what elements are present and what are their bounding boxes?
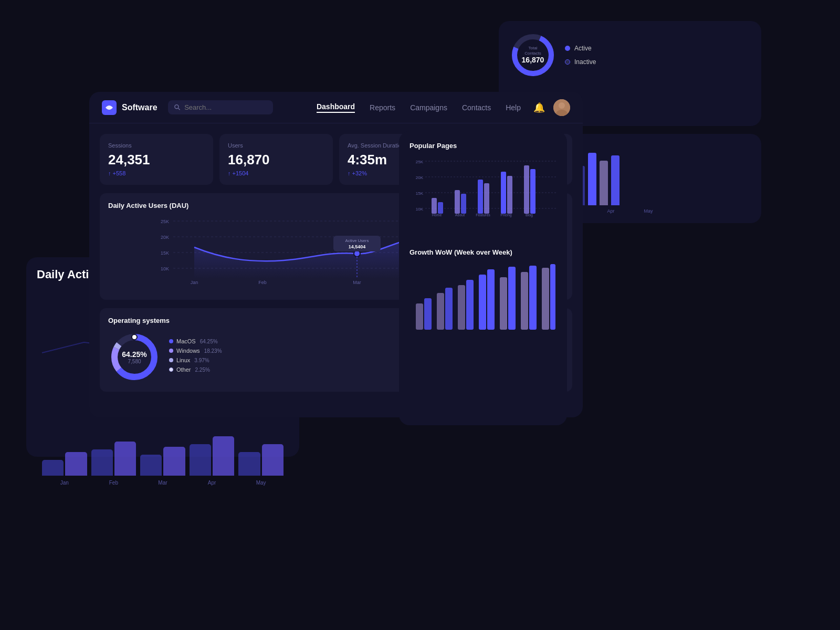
bg-donut-chart: Total Contacts 16,870 bbox=[509, 32, 556, 79]
svg-rect-46 bbox=[524, 165, 529, 214]
windows-dot bbox=[169, 349, 173, 353]
svg-rect-41 bbox=[461, 194, 466, 214]
legend-macos: MacOS 64.25% bbox=[169, 338, 222, 344]
legend-windows: Windows 18.23% bbox=[169, 348, 222, 354]
bg-legend: Active Inactive bbox=[565, 45, 596, 66]
active-dot bbox=[565, 46, 570, 51]
svg-rect-53 bbox=[416, 303, 423, 330]
svg-rect-44 bbox=[501, 172, 506, 214]
macos-dot bbox=[169, 339, 173, 343]
svg-rect-55 bbox=[437, 293, 444, 330]
svg-rect-60 bbox=[487, 269, 495, 330]
search-icon bbox=[174, 104, 181, 111]
svg-rect-54 bbox=[424, 298, 432, 330]
other-dot bbox=[169, 368, 173, 372]
svg-rect-63 bbox=[521, 272, 528, 330]
svg-rect-39 bbox=[438, 202, 443, 214]
svg-text:Active Users: Active Users bbox=[345, 238, 369, 243]
svg-rect-66 bbox=[550, 264, 555, 330]
growth-svg bbox=[410, 261, 556, 335]
legend-linux: Linux 3.97% bbox=[169, 357, 222, 363]
svg-rect-62 bbox=[508, 267, 516, 330]
svg-text:20K: 20K bbox=[161, 235, 169, 240]
users-value: 16,870 bbox=[228, 152, 324, 168]
users-arrow: ↑ bbox=[228, 170, 231, 176]
bell-icon[interactable]: 🔔 bbox=[533, 102, 545, 113]
svg-line-4 bbox=[178, 108, 180, 110]
svg-rect-47 bbox=[530, 169, 536, 214]
donut-container: 64.25% 7,580 bbox=[108, 331, 161, 383]
bg-x-labels: Jan Feb Mar Apr May bbox=[37, 476, 289, 486]
growth-chart bbox=[410, 261, 556, 335]
sessions-label: Sessions bbox=[108, 142, 205, 149]
bg-legend-active: Active bbox=[565, 45, 596, 52]
svg-point-3 bbox=[174, 105, 178, 109]
popular-pages-chart: 25K 20K 15K 10K Home About Features Pri bbox=[410, 156, 556, 240]
bg-total-label: Total Contacts bbox=[521, 46, 545, 56]
users-label: Users bbox=[228, 142, 324, 149]
user-avatar[interactable] bbox=[553, 99, 570, 116]
nav-links: Dashboard Reports Campaigns Contacts Hel… bbox=[317, 102, 521, 113]
svg-rect-42 bbox=[478, 180, 483, 214]
svg-point-6 bbox=[559, 102, 565, 109]
search-input[interactable] bbox=[184, 103, 266, 111]
svg-rect-59 bbox=[479, 275, 486, 330]
nav-icons: 🔔 bbox=[533, 99, 570, 116]
linux-dot bbox=[169, 358, 173, 362]
svg-rect-43 bbox=[484, 183, 489, 214]
os-count: 7,580 bbox=[122, 359, 146, 364]
svg-rect-38 bbox=[432, 198, 437, 214]
os-legend: MacOS 64.25% Windows 18.23% Linux 3.97% bbox=[169, 338, 222, 376]
svg-text:Feb: Feb bbox=[258, 280, 267, 285]
os-percentage: 64.25% bbox=[122, 350, 146, 359]
svg-text:10K: 10K bbox=[161, 266, 169, 271]
svg-text:14,5404: 14,5404 bbox=[349, 244, 366, 249]
nav-contacts[interactable]: Contacts bbox=[462, 103, 491, 112]
search-bar[interactable] bbox=[168, 100, 273, 114]
svg-text:Jan: Jan bbox=[191, 280, 198, 285]
popular-pages-svg: 25K 20K 15K 10K Home About Features Pri bbox=[410, 156, 556, 240]
growth-title: Growth WoW (Week over Week) bbox=[410, 248, 556, 256]
svg-rect-57 bbox=[458, 285, 465, 330]
svg-rect-58 bbox=[466, 280, 474, 330]
nav-help[interactable]: Help bbox=[506, 103, 521, 112]
svg-text:15K: 15K bbox=[161, 250, 169, 256]
svg-rect-40 bbox=[455, 190, 460, 214]
svg-point-29 bbox=[132, 334, 137, 340]
avg-session-arrow: ↑ bbox=[348, 170, 351, 176]
svg-text:15K: 15K bbox=[416, 191, 424, 196]
bg-legend-inactive: Inactive bbox=[565, 58, 596, 66]
sessions-change: ↑ +558 bbox=[108, 170, 205, 176]
nav-campaigns[interactable]: Campaigns bbox=[410, 103, 447, 112]
right-panel: Popular Pages 25K 20K 15K 10K bbox=[399, 131, 567, 425]
stat-users: Users 16,870 ↑ +1504 bbox=[219, 134, 333, 185]
legend-other: Other 2.25% bbox=[169, 366, 222, 373]
svg-text:10K: 10K bbox=[416, 207, 424, 212]
svg-rect-65 bbox=[542, 268, 549, 330]
svg-text:25K: 25K bbox=[416, 160, 424, 164]
nav-dashboard[interactable]: Dashboard bbox=[317, 102, 355, 113]
sessions-value: 24,351 bbox=[108, 152, 205, 168]
popular-pages-title: Popular Pages bbox=[410, 142, 556, 150]
svg-text:Features: Features bbox=[476, 213, 490, 217]
app-name: Software bbox=[122, 103, 158, 112]
bg-total-value: 16,870 bbox=[521, 56, 545, 65]
svg-text:Mar: Mar bbox=[353, 280, 361, 285]
svg-rect-45 bbox=[507, 176, 512, 214]
users-change: ↑ +1504 bbox=[228, 170, 324, 176]
svg-text:Home: Home bbox=[432, 213, 442, 217]
logo-icon bbox=[102, 100, 117, 115]
svg-text:Blog: Blog bbox=[526, 213, 533, 217]
stat-sessions: Sessions 24,351 ↑ +558 bbox=[100, 134, 213, 185]
sessions-arrow: ↑ bbox=[108, 170, 111, 176]
svg-rect-61 bbox=[500, 277, 507, 330]
navbar: Software Dashboard Reports Campaigns Con… bbox=[89, 92, 583, 123]
svg-rect-56 bbox=[445, 288, 453, 330]
nav-reports[interactable]: Reports bbox=[370, 103, 395, 112]
svg-text:Pricing: Pricing bbox=[500, 213, 512, 217]
inactive-dot bbox=[565, 59, 570, 65]
svg-text:About: About bbox=[455, 213, 465, 217]
svg-rect-64 bbox=[529, 266, 537, 330]
svg-text:20K: 20K bbox=[416, 175, 424, 180]
svg-text:25K: 25K bbox=[161, 219, 169, 224]
